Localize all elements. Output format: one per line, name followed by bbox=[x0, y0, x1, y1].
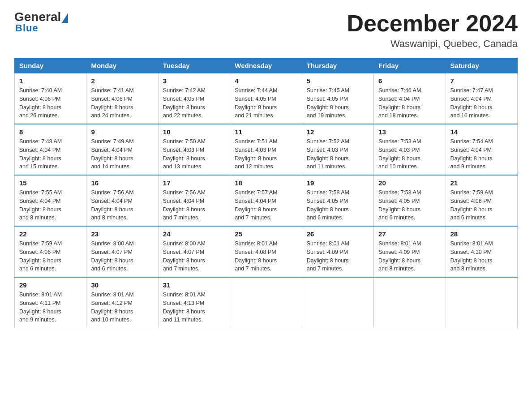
calendar-cell: 5 Sunrise: 7:45 AMSunset: 4:05 PMDayligh… bbox=[302, 73, 373, 124]
calendar-cell bbox=[302, 277, 373, 328]
day-info: Sunrise: 7:54 AMSunset: 4:04 PMDaylight:… bbox=[450, 137, 513, 171]
calendar-week-row: 29 Sunrise: 8:01 AMSunset: 4:11 PMDaylig… bbox=[15, 277, 518, 328]
day-info: Sunrise: 7:42 AMSunset: 4:05 PMDaylight:… bbox=[163, 86, 225, 120]
day-number: 17 bbox=[163, 179, 225, 187]
day-info: Sunrise: 7:46 AMSunset: 4:04 PMDaylight:… bbox=[378, 86, 441, 120]
calendar-week-row: 1 Sunrise: 7:40 AMSunset: 4:06 PMDayligh… bbox=[15, 73, 518, 124]
calendar-cell: 22 Sunrise: 7:59 AMSunset: 4:06 PMDaylig… bbox=[15, 226, 86, 277]
calendar-cell: 24 Sunrise: 8:00 AMSunset: 4:07 PMDaylig… bbox=[158, 226, 230, 277]
day-info: Sunrise: 8:01 AMSunset: 4:11 PMDaylight:… bbox=[19, 291, 82, 324]
day-number: 13 bbox=[378, 128, 441, 136]
calendar-cell bbox=[230, 277, 302, 328]
calendar-cell: 3 Sunrise: 7:42 AMSunset: 4:05 PMDayligh… bbox=[158, 73, 230, 124]
day-number: 4 bbox=[235, 77, 297, 85]
day-info: Sunrise: 8:01 AMSunset: 4:09 PMDaylight:… bbox=[307, 240, 369, 273]
day-info: Sunrise: 7:57 AMSunset: 4:04 PMDaylight:… bbox=[235, 188, 297, 222]
day-info: Sunrise: 7:49 AMSunset: 4:04 PMDaylight:… bbox=[91, 137, 153, 171]
calendar-week-row: 22 Sunrise: 7:59 AMSunset: 4:06 PMDaylig… bbox=[15, 226, 518, 277]
day-number: 23 bbox=[91, 230, 153, 238]
day-info: Sunrise: 7:40 AMSunset: 4:06 PMDaylight:… bbox=[19, 86, 82, 120]
day-info: Sunrise: 7:56 AMSunset: 4:04 PMDaylight:… bbox=[163, 188, 225, 222]
day-number: 29 bbox=[19, 281, 82, 289]
day-number: 7 bbox=[450, 77, 513, 85]
calendar-cell: 9 Sunrise: 7:49 AMSunset: 4:04 PMDayligh… bbox=[86, 124, 158, 175]
calendar-cell: 21 Sunrise: 7:59 AMSunset: 4:06 PMDaylig… bbox=[446, 175, 517, 226]
day-number: 18 bbox=[235, 179, 297, 187]
day-info: Sunrise: 8:00 AMSunset: 4:07 PMDaylight:… bbox=[163, 240, 225, 273]
calendar-cell: 8 Sunrise: 7:48 AMSunset: 4:04 PMDayligh… bbox=[15, 124, 86, 175]
month-title: December 2024 bbox=[347, 11, 518, 36]
day-info: Sunrise: 7:47 AMSunset: 4:04 PMDaylight:… bbox=[450, 86, 513, 120]
day-number: 28 bbox=[450, 230, 513, 238]
calendar-cell: 31 Sunrise: 8:01 AMSunset: 4:13 PMDaylig… bbox=[158, 277, 230, 328]
calendar-cell bbox=[446, 277, 517, 328]
calendar-cell: 1 Sunrise: 7:40 AMSunset: 4:06 PMDayligh… bbox=[15, 73, 86, 124]
calendar-cell: 15 Sunrise: 7:55 AMSunset: 4:04 PMDaylig… bbox=[15, 175, 86, 226]
day-number: 31 bbox=[163, 281, 225, 289]
day-info: Sunrise: 8:01 AMSunset: 4:09 PMDaylight:… bbox=[378, 240, 441, 273]
day-number: 19 bbox=[307, 179, 369, 187]
day-info: Sunrise: 7:55 AMSunset: 4:04 PMDaylight:… bbox=[19, 188, 82, 222]
calendar-cell: 25 Sunrise: 8:01 AMSunset: 4:08 PMDaylig… bbox=[230, 226, 302, 277]
day-number: 8 bbox=[19, 128, 82, 136]
calendar-cell: 14 Sunrise: 7:54 AMSunset: 4:04 PMDaylig… bbox=[446, 124, 517, 175]
day-number: 10 bbox=[163, 128, 225, 136]
calendar-cell: 19 Sunrise: 7:58 AMSunset: 4:05 PMDaylig… bbox=[302, 175, 373, 226]
day-info: Sunrise: 7:41 AMSunset: 4:06 PMDaylight:… bbox=[91, 86, 153, 120]
logo: General Blue bbox=[14, 11, 69, 34]
header-thursday: Thursday bbox=[302, 58, 373, 73]
calendar-week-row: 8 Sunrise: 7:48 AMSunset: 4:04 PMDayligh… bbox=[15, 124, 518, 175]
calendar-title-area: December 2024 Waswanipi, Quebec, Canada bbox=[347, 11, 518, 50]
day-number: 14 bbox=[450, 128, 513, 136]
header-tuesday: Tuesday bbox=[158, 58, 230, 73]
day-number: 9 bbox=[91, 128, 153, 136]
day-number: 21 bbox=[450, 179, 513, 187]
day-number: 11 bbox=[235, 128, 297, 136]
calendar-cell: 30 Sunrise: 8:01 AMSunset: 4:12 PMDaylig… bbox=[86, 277, 158, 328]
calendar-cell: 12 Sunrise: 7:52 AMSunset: 4:03 PMDaylig… bbox=[302, 124, 373, 175]
day-info: Sunrise: 8:01 AMSunset: 4:08 PMDaylight:… bbox=[235, 240, 297, 273]
calendar-cell: 23 Sunrise: 8:00 AMSunset: 4:07 PMDaylig… bbox=[86, 226, 158, 277]
day-number: 3 bbox=[163, 77, 225, 85]
day-info: Sunrise: 7:44 AMSunset: 4:05 PMDaylight:… bbox=[235, 86, 297, 120]
day-info: Sunrise: 8:01 AMSunset: 4:12 PMDaylight:… bbox=[91, 291, 153, 324]
calendar-cell: 10 Sunrise: 7:50 AMSunset: 4:03 PMDaylig… bbox=[158, 124, 230, 175]
day-number: 12 bbox=[307, 128, 369, 136]
day-number: 5 bbox=[307, 77, 369, 85]
calendar-header-row: SundayMondayTuesdayWednesdayThursdayFrid… bbox=[15, 58, 518, 73]
day-number: 26 bbox=[307, 230, 369, 238]
calendar-cell: 27 Sunrise: 8:01 AMSunset: 4:09 PMDaylig… bbox=[374, 226, 446, 277]
day-info: Sunrise: 7:50 AMSunset: 4:03 PMDaylight:… bbox=[163, 137, 225, 171]
header-sunday: Sunday bbox=[15, 58, 86, 73]
header-monday: Monday bbox=[86, 58, 158, 73]
day-info: Sunrise: 8:01 AMSunset: 4:10 PMDaylight:… bbox=[450, 240, 513, 273]
calendar-cell: 29 Sunrise: 8:01 AMSunset: 4:11 PMDaylig… bbox=[15, 277, 86, 328]
calendar-cell: 20 Sunrise: 7:58 AMSunset: 4:05 PMDaylig… bbox=[374, 175, 446, 226]
day-info: Sunrise: 7:45 AMSunset: 4:05 PMDaylight:… bbox=[307, 86, 369, 120]
day-info: Sunrise: 8:01 AMSunset: 4:13 PMDaylight:… bbox=[163, 291, 225, 324]
calendar-cell: 11 Sunrise: 7:51 AMSunset: 4:03 PMDaylig… bbox=[230, 124, 302, 175]
day-number: 6 bbox=[378, 77, 441, 85]
day-info: Sunrise: 7:59 AMSunset: 4:06 PMDaylight:… bbox=[19, 240, 82, 273]
day-info: Sunrise: 7:53 AMSunset: 4:03 PMDaylight:… bbox=[378, 137, 441, 171]
day-number: 25 bbox=[235, 230, 297, 238]
calendar-cell: 7 Sunrise: 7:47 AMSunset: 4:04 PMDayligh… bbox=[446, 73, 517, 124]
day-info: Sunrise: 7:59 AMSunset: 4:06 PMDaylight:… bbox=[450, 188, 513, 222]
day-number: 27 bbox=[378, 230, 441, 238]
day-number: 16 bbox=[91, 179, 153, 187]
day-info: Sunrise: 7:58 AMSunset: 4:05 PMDaylight:… bbox=[378, 188, 441, 222]
logo-blue-text: Blue bbox=[14, 22, 39, 34]
header-saturday: Saturday bbox=[446, 58, 517, 73]
day-number: 15 bbox=[19, 179, 82, 187]
day-info: Sunrise: 7:52 AMSunset: 4:03 PMDaylight:… bbox=[307, 137, 369, 171]
day-number: 30 bbox=[91, 281, 153, 289]
calendar-cell: 17 Sunrise: 7:56 AMSunset: 4:04 PMDaylig… bbox=[158, 175, 230, 226]
calendar-cell: 13 Sunrise: 7:53 AMSunset: 4:03 PMDaylig… bbox=[374, 124, 446, 175]
header-friday: Friday bbox=[374, 58, 446, 73]
calendar-cell: 16 Sunrise: 7:56 AMSunset: 4:04 PMDaylig… bbox=[86, 175, 158, 226]
day-info: Sunrise: 7:58 AMSunset: 4:05 PMDaylight:… bbox=[307, 188, 369, 222]
day-number: 24 bbox=[163, 230, 225, 238]
logo-triangle-icon bbox=[62, 13, 68, 23]
logo-general-text: General bbox=[14, 11, 61, 23]
calendar-cell: 4 Sunrise: 7:44 AMSunset: 4:05 PMDayligh… bbox=[230, 73, 302, 124]
